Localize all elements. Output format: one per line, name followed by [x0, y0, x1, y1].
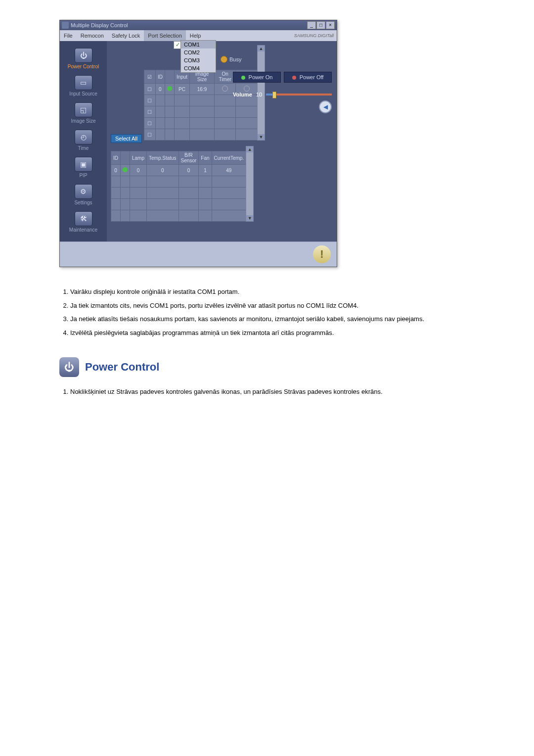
warning-icon: !: [313, 245, 331, 263]
col-id: ID: [111, 151, 121, 165]
menu-file[interactable]: File: [60, 30, 77, 41]
table-row[interactable]: [111, 188, 246, 199]
scroll-up-icon[interactable]: ▲: [246, 146, 253, 152]
maintenance-status-table: ID Lamp Temp.Status B/R Sensor Fan Curre…: [111, 151, 246, 222]
brand-label: SAMSUNG DIGITall: [294, 33, 337, 38]
notes-list-2: Noklikšķiniet uz Strāvas padeves kontrol…: [59, 387, 475, 397]
cell-status: [121, 165, 130, 176]
app-icon: [62, 22, 69, 29]
sidebar-label: Image Size: [60, 118, 107, 124]
sidebar-item-maintenance[interactable]: 🛠 Maintenance: [60, 209, 107, 236]
image-size-icon: ◱: [75, 102, 92, 117]
menu-port-selection[interactable]: Port Selection: [144, 30, 185, 41]
sidebar: ⏻ Power Control ▭ Input Source ◱ Image S…: [60, 41, 107, 241]
list-item: Izvēlētā pieslēgvieta saglabājas program…: [70, 328, 475, 338]
table-row[interactable]: ☐: [144, 118, 257, 129]
cell-fan: 1: [199, 165, 212, 176]
select-all-button[interactable]: Select All: [111, 134, 142, 143]
status-green-icon: [167, 86, 172, 91]
table-row[interactable]: ☐: [144, 129, 257, 141]
cell-current-temp: 49: [212, 165, 246, 176]
row-check[interactable]: ☐: [144, 95, 155, 106]
scroll-up-icon[interactable]: ▲: [258, 46, 265, 51]
power-on-button[interactable]: Power On: [233, 72, 281, 83]
sidebar-item-image-size[interactable]: ◱ Image Size: [60, 100, 107, 128]
time-icon: ◴: [75, 130, 92, 144]
sidebar-label: Time: [60, 145, 107, 151]
table-row[interactable]: [111, 199, 246, 210]
power-on-label: Power On: [249, 74, 273, 80]
mute-button[interactable]: ◀: [319, 100, 332, 113]
power-control-section-icon: ⏻: [59, 357, 79, 377]
row-check[interactable]: ☐: [144, 84, 155, 95]
sidebar-label: Power Control: [60, 64, 107, 69]
cell-status: [165, 84, 174, 95]
section-header-power-control: ⏻ Power Control: [59, 357, 475, 377]
row-check[interactable]: ☐: [144, 129, 155, 141]
sidebar-label: Input Source: [60, 91, 107, 96]
main-area: Select All ✓ COM1 COM2 COM3 COM4 Busy ☑ …: [107, 41, 337, 241]
table-row[interactable]: 0 0 0 0 1 49: [111, 165, 246, 176]
pip-icon: ▣: [75, 157, 92, 172]
table-row[interactable]: [111, 210, 246, 222]
input-icon: ▭: [75, 75, 92, 90]
volume-value: 10: [256, 92, 262, 97]
close-button[interactable]: ×: [326, 21, 335, 29]
sidebar-label: Settings: [60, 200, 107, 205]
scroll-down-icon[interactable]: ▼: [246, 215, 253, 221]
status-footer: !: [60, 241, 337, 267]
maximize-button[interactable]: □: [316, 21, 325, 29]
power-off-dot-icon: [292, 76, 296, 80]
maintenance-icon: 🛠: [75, 211, 92, 226]
cell-lamp: 0: [130, 165, 147, 176]
menu-bar: File Remocon Safety Lock Port Selection …: [60, 30, 337, 41]
volume-slider[interactable]: [266, 94, 332, 95]
power-off-button[interactable]: Power Off: [284, 72, 332, 83]
sidebar-item-pip[interactable]: ▣ PIP: [60, 155, 107, 182]
app-body: ⏻ Power Control ▭ Input Source ◱ Image S…: [60, 41, 337, 241]
minimize-button[interactable]: _: [307, 21, 316, 29]
window-controls: _ □ ×: [307, 21, 335, 29]
sidebar-item-time[interactable]: ◴ Time: [60, 128, 107, 155]
col-check[interactable]: ☑: [144, 70, 155, 84]
port-selection-dropdown[interactable]: COM1 COM2 COM3 COM4: [180, 40, 216, 73]
menu-safety-lock[interactable]: Safety Lock: [108, 30, 144, 41]
port-option-com2[interactable]: COM2: [181, 48, 216, 56]
volume-thumb[interactable]: [272, 92, 276, 98]
menu-remocon[interactable]: Remocon: [77, 30, 108, 41]
settings-icon: ⚙: [75, 184, 92, 199]
table-scrollbar[interactable]: ▲ ▼: [246, 146, 254, 222]
section-title: Power Control: [85, 361, 159, 374]
col-fan: Fan: [199, 151, 212, 165]
window-title: Multiple Display Control: [71, 22, 128, 28]
list-item: Ja netiek atlasīts tiešais nosaukums por…: [70, 314, 475, 324]
cell-input: PC: [174, 84, 189, 95]
sidebar-label: Maintenance: [60, 227, 107, 233]
power-panel: Power On Power Off Volume 10 ◀: [233, 72, 332, 113]
sidebar-item-input-source[interactable]: ▭ Input Source: [60, 73, 107, 100]
scroll-down-icon[interactable]: ▼: [258, 134, 265, 140]
menu-help[interactable]: Help: [186, 30, 205, 41]
sidebar-label: PIP: [60, 173, 107, 178]
list-item: Ja tiek izmantots cits, nevis COM1 ports…: [70, 301, 475, 311]
mdc-window: Multiple Display Control _ □ × File Remo…: [59, 20, 337, 267]
cell-bvr-sensor: 0: [178, 165, 199, 176]
notes-list-1: Vairāku displeju kontrole oriģinālā ir i…: [59, 287, 475, 337]
list-item: Noklikšķiniet uz Strāvas padeves kontrol…: [70, 387, 475, 397]
power-icon: ⏻: [75, 48, 92, 63]
port-option-com4[interactable]: COM4: [181, 64, 216, 72]
sidebar-item-settings[interactable]: ⚙ Settings: [60, 182, 107, 209]
port-option-com1[interactable]: COM1: [181, 41, 216, 48]
col-dot: [121, 151, 130, 165]
power-on-dot-icon: [241, 76, 245, 80]
row-check[interactable]: ☐: [144, 106, 155, 118]
cell-id: 0: [111, 165, 121, 176]
sidebar-item-power-control[interactable]: ⏻ Power Control: [60, 46, 107, 73]
port-option-com3[interactable]: COM3: [181, 56, 216, 64]
row-check[interactable]: ☐: [144, 118, 155, 129]
cell-id: 0: [155, 84, 165, 95]
title-bar: Multiple Display Control _ □ ×: [60, 20, 337, 30]
volume-control: Volume 10: [233, 92, 332, 97]
table-row[interactable]: [111, 176, 246, 188]
cell-temp-status: 0: [147, 165, 179, 176]
